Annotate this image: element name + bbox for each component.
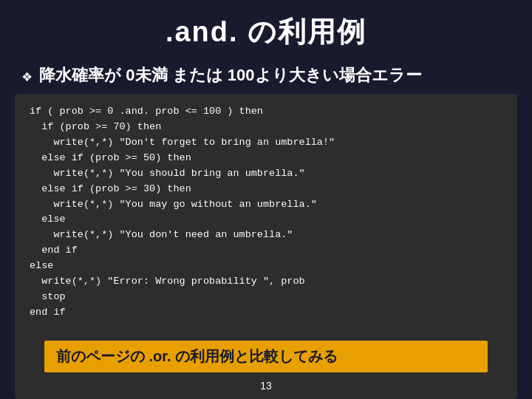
slide-container: .and. の利用例 ❖ 降水確率が 0未満 または 100より大きい場合エラー…: [0, 0, 532, 399]
footer-text: 前のページの .or. の利用例と比較してみる: [56, 348, 338, 364]
footer-bar: 前のページの .or. の利用例と比較してみる: [44, 341, 488, 372]
subtitle-area: ❖ 降水確率が 0未満 または 100より大きい場合エラー: [0, 58, 532, 94]
subtitle-text: 降水確率が 0未満 または 100より大きい場合エラー: [39, 64, 421, 86]
slide-title: .and. の利用例: [166, 16, 366, 47]
page-number: 13: [260, 380, 272, 392]
code-block: if ( prob >= 0 .and. prob <= 100 ) then …: [15, 94, 517, 399]
bullet-icon: ❖: [22, 66, 32, 85]
title-area: .and. の利用例: [0, 0, 532, 58]
code-content: if ( prob >= 0 .and. prob <= 100 ) then …: [30, 104, 502, 321]
